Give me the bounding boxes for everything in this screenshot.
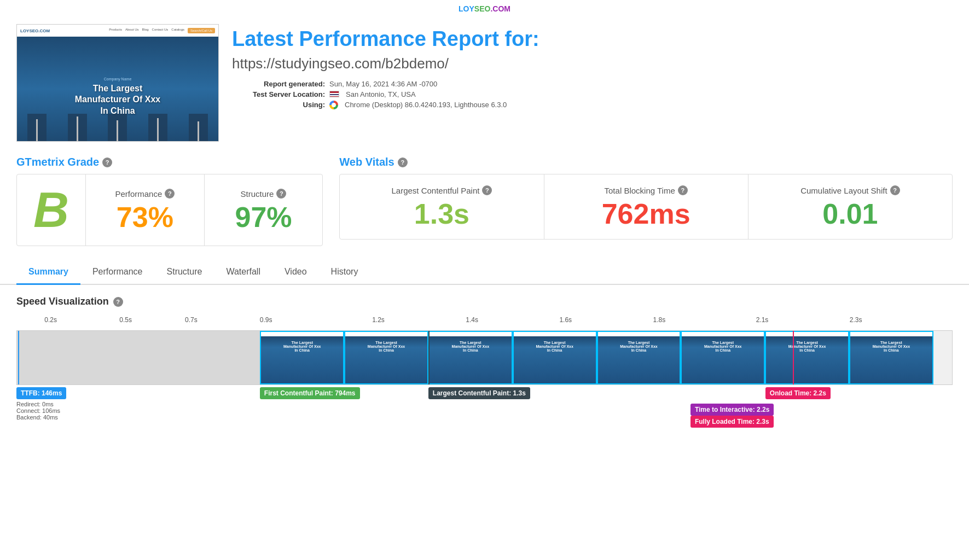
tbt-value: 762ms [602,200,691,228]
performance-label: Performance ? [115,189,175,199]
tab-video[interactable]: Video [272,260,319,285]
lcp-label: Largest Contentful Paint ? [391,185,492,195]
lcp-badge: Largest Contentful Paint: 1.3s [428,387,530,399]
meta-using-value: Chrome (Desktop) 86.0.4240.193, Lighthou… [345,101,507,109]
grade-metrics: Performance ? 73% Structure ? 97% [86,174,322,246]
structure-metric: Structure ? 97% [205,174,323,246]
structure-value: 97% [235,203,292,231]
report-title: Latest Performance Report for: [232,27,953,52]
frame-1: The LargestManufacturer Of XxxIn China [260,331,344,384]
tabs-section: Summary Performance Structure Waterfall … [0,260,969,285]
frame-2: The LargestManufacturer Of XxxIn China [344,331,428,384]
gtmetrix-grade-box: B Performance ? 73% Structure ? [16,174,323,246]
meta-server-label: Test Server Location: [232,90,325,98]
tbt-label: Total Blocking Time ? [605,185,688,195]
grade-letter: B [17,174,86,246]
tti-label: Time to Interactive: 2.2s [691,404,774,416]
speed-title: Speed Visualization ? [16,296,953,307]
grades-section: GTmetrix Grade ? B Performance ? 73% [0,147,969,255]
gtmetrix-grade-card: GTmetrix Grade ? B Performance ? 73% [16,156,323,246]
marker-1.8s: 1.8s [653,316,665,324]
marker-2.3s: 2.3s [850,316,862,324]
tti-badge: Time to Interactive: 2.2s [691,404,774,416]
ttfb-line [18,331,19,384]
tbt-metric: Total Blocking Time ? 762ms [544,174,748,239]
flag-icon [329,91,339,97]
structure-help-icon[interactable]: ? [276,189,286,199]
web-vitals-card: Web Vitals ? Largest Contentful Paint ? … [339,156,953,246]
marker-1.6s: 1.6s [559,316,572,324]
lcp-help-icon[interactable]: ? [482,185,492,195]
marker-1.4s: 1.4s [466,316,478,324]
gtmetrix-title: GTmetrix Grade ? [16,156,323,168]
marker-0.9s: 0.9s [260,316,272,324]
header-section: LOYSEO.COM Products About Us Blog Contac… [0,13,969,147]
ttfb-badge: TTFB: 146ms [16,387,66,399]
cls-help-icon[interactable]: ? [890,185,900,195]
flt-label: Fully Loaded Time: 2.3s [691,416,774,428]
chrome-icon [329,101,338,109]
frame-7: The LargestManufacturer Of XxxIn China [765,331,849,384]
report-url: https://studyingseo.com/b2bdemo/ [232,55,953,72]
meta-generated-value: Sun, May 16, 2021 4:36 AM -0700 [329,80,437,88]
tab-waterfall[interactable]: Waterfall [214,260,272,285]
frame-6: The LargestManufacturer Of XxxIn China [681,331,765,384]
meta-server-value: San Antonio, TX, USA [346,90,416,98]
marker-0.5s: 0.5s [119,316,132,324]
performance-metric: Performance ? 73% [86,174,205,246]
marker-0.2s: 0.2s [44,316,57,324]
brand-com: .COM [490,4,510,13]
brand-seo: SEO [474,4,491,13]
frame-4: The LargestManufacturer Of XxxIn China [513,331,597,384]
performance-help-icon[interactable]: ? [165,189,175,199]
meta-server: Test Server Location: San Antonio, TX, U… [232,90,953,98]
tab-structure[interactable]: Structure [155,260,214,285]
cls-value: 0.01 [822,200,878,228]
lcp-metric: Largest Contentful Paint ? 1.3s [340,174,544,239]
marker-0.7s: 0.7s [185,316,198,324]
tab-summary[interactable]: Summary [16,260,80,285]
speed-timeline: 0.2s 0.5s 0.7s 0.9s 1.2s 1.4s 1.6s 1.8s … [16,316,953,436]
web-vitals-help-icon[interactable]: ? [398,158,408,167]
onload-line [793,331,794,384]
frame-8: The LargestManufacturer Of XxxIn China [849,331,933,384]
frame-3: The LargestManufacturer Of XxxIn China [428,331,513,384]
onload-label: Onload Time: 2.2s [765,387,831,399]
marker-2.1s: 2.1s [756,316,769,324]
meta-using: Using: Chrome (Desktop) 86.0.4240.193, L… [232,101,953,109]
frame-5: The LargestManufacturer Of XxxIn China [597,331,681,384]
pre-fcp-area [17,331,260,384]
cls-label: Cumulative Layout Shift ? [800,185,900,195]
marker-1.2s: 1.2s [372,316,385,324]
brand-loy: LOY [459,4,474,13]
frames-row: The LargestManufacturer Of XxxIn China T… [16,330,953,385]
ttfb-label: TTFB: 146ms Redirect: 0ms Connect: 106ms… [16,387,66,421]
tab-performance[interactable]: Performance [80,260,155,285]
ttfb-details: Redirect: 0ms Connect: 106ms Backend: 40… [16,401,66,421]
cls-metric: Cumulative Layout Shift ? 0.01 [748,174,952,239]
lcp-label: Largest Contentful Paint: 1.3s [428,387,530,399]
meta-generated-label: Report generated: [232,80,325,88]
meta-using-label: Using: [232,101,325,109]
flt-badge: Fully Loaded Time: 2.3s [691,416,774,428]
lcp-line [428,331,430,384]
brand-header: LOYSEO.COM [0,0,969,13]
fcp-label: First Contentful Paint: 794ms [260,387,360,399]
tab-history[interactable]: History [319,260,370,285]
timeline-labels: TTFB: 146ms Redirect: 0ms Connect: 106ms… [16,387,953,436]
lcp-value: 1.3s [414,200,469,228]
meta-generated: Report generated: Sun, May 16, 2021 4:36… [232,80,953,88]
site-thumbnail: LOYSEO.COM Products About Us Blog Contac… [16,24,219,142]
web-vitals-title: Web Vitals ? [339,156,953,168]
speed-section: Speed Visualization ? 0.2s 0.5s 0.7s 0.9… [0,285,969,447]
report-meta: Report generated: Sun, May 16, 2021 4:36… [232,80,953,109]
fcp-badge: First Contentful Paint: 794ms [260,387,360,399]
structure-label: Structure ? [241,189,287,199]
report-info: Latest Performance Report for: https://s… [232,24,953,109]
onload-badge: Onload Time: 2.2s [765,387,831,399]
gtmetrix-help-icon[interactable]: ? [102,158,112,167]
time-markers-row: 0.2s 0.5s 0.7s 0.9s 1.2s 1.4s 1.6s 1.8s … [16,316,953,329]
performance-value: 73% [117,203,173,231]
speed-help-icon[interactable]: ? [113,297,123,307]
tbt-help-icon[interactable]: ? [678,185,688,195]
